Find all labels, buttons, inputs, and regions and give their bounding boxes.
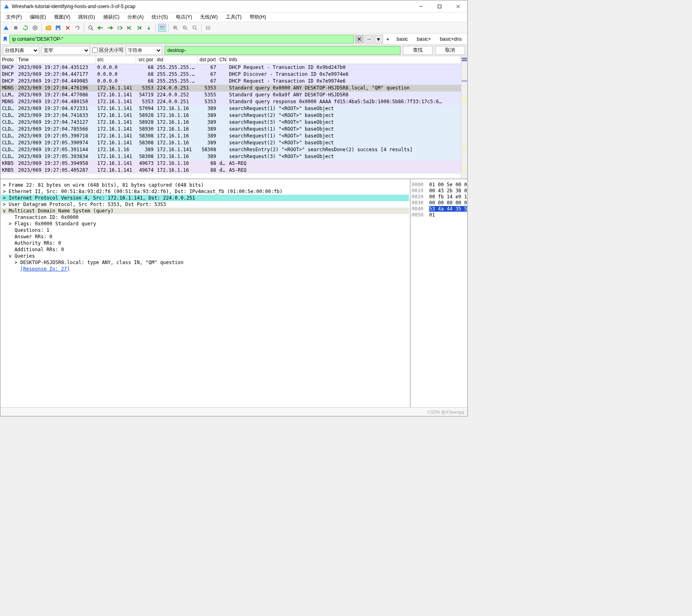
auto-scroll-icon[interactable] [145, 24, 153, 32]
packet-row[interactable]: MDNS2023/069 19:27:04.476196172.16.1.141… [0, 85, 461, 92]
filter-history-icon[interactable]: ▾ [374, 35, 383, 44]
detail-line[interactable]: > Frame 22: 81 bytes on wire (648 bits),… [1, 182, 409, 188]
hex-line[interactable]: 0010 00 43 2b 38 0 [412, 188, 467, 194]
packet-list-header[interactable]: Proto Time src src por dst dst port CN I… [0, 56, 461, 64]
maximize-button[interactable] [430, 0, 449, 12]
display-filter-input[interactable] [9, 35, 354, 44]
close-file-icon[interactable] [64, 24, 72, 32]
packet-bytes-pane[interactable]: 0000 01 00 5e 00 00010 00 43 2b 38 00020… [411, 179, 467, 407]
zoom-in-icon[interactable] [171, 24, 179, 32]
detail-line[interactable]: > Internet Protocol Version 4, Src: 172.… [1, 195, 409, 201]
detail-line[interactable]: > User Datagram Protocol, Src Port: 5353… [1, 201, 409, 208]
packet-row[interactable]: KRB52023/069 19:27:05.394958172.16.1.141… [0, 160, 461, 167]
case-sensitive-checkbox[interactable]: 区分大小写 [92, 47, 123, 54]
detail-line[interactable]: Additional RRs: 0 [1, 246, 409, 253]
resize-columns-icon[interactable] [204, 24, 212, 32]
go-back-icon[interactable] [96, 24, 104, 32]
detail-line[interactable]: Transaction ID: 0x0000 [1, 214, 409, 221]
detail-line[interactable]: [Response In: 27] [1, 266, 409, 272]
menu-item[interactable]: 视图(V) [50, 13, 74, 21]
packet-row[interactable]: CLD…2023/069 19:27:05.390718172.16.1.141… [0, 133, 461, 139]
packet-minimap[interactable] [461, 56, 467, 178]
col-protocol[interactable]: Proto [0, 56, 17, 64]
col-dst[interactable]: dst [155, 56, 198, 64]
add-filter-button[interactable]: + [384, 36, 392, 42]
search-type-select[interactable]: 字符串 [126, 46, 162, 55]
col-cn[interactable]: CN [218, 56, 227, 64]
display-filter-bar: ✕ → ▾ + basic basic+ basic+dns [0, 33, 467, 45]
detail-line[interactable]: Questions: 1 [1, 227, 409, 233]
menu-item[interactable]: 捕获(C) [99, 13, 124, 21]
bookmark-icon[interactable] [2, 36, 8, 42]
hex-line[interactable]: 0050 01 [412, 212, 467, 218]
packet-row[interactable]: MDNS2023/069 19:27:04.480150172.16.1.141… [0, 98, 461, 105]
detail-line[interactable]: v Multicast Domain Name System (query) [1, 208, 409, 214]
capture-options-icon[interactable] [31, 24, 39, 32]
packet-row[interactable]: DHCP2023/069 19:27:04.4351230.0.0.068255… [0, 64, 461, 71]
search-input[interactable] [165, 46, 400, 55]
menu-item[interactable]: 工具(T) [222, 13, 246, 21]
packet-row[interactable]: DHCP2023/069 19:27:04.4471770.0.0.068255… [0, 71, 461, 78]
col-src[interactable]: src [96, 56, 136, 64]
hex-line[interactable]: 0040 53 4a 44 35 5 [412, 206, 467, 212]
watermark: CSDN @XYpangsj [427, 410, 464, 414]
filter-preset-basic[interactable]: basic [393, 35, 412, 43]
detail-line[interactable]: > DESKTOP-HSJD5R8.local: type ANY, class… [1, 259, 409, 266]
minimize-button[interactable] [412, 0, 430, 12]
menu-item[interactable]: 编辑(E) [26, 13, 50, 21]
go-last-icon[interactable] [135, 24, 143, 32]
menu-item[interactable]: 分析(A) [123, 13, 148, 21]
search-width-select[interactable]: 宽窄 [42, 46, 90, 55]
packet-row[interactable]: DHCP2023/069 19:27:04.4490850.0.0.068255… [0, 78, 461, 85]
go-to-packet-icon[interactable] [116, 24, 124, 32]
hex-line[interactable]: 0030 00 00 00 00 0 [412, 200, 467, 206]
packet-row[interactable]: KRB52023/069 19:27:05.405287172.16.1.141… [0, 167, 461, 174]
apply-filter-icon[interactable]: → [365, 35, 373, 44]
reload-file-icon[interactable] [73, 24, 81, 32]
menu-item[interactable]: 跳转(G) [74, 13, 99, 21]
menu-item[interactable]: 统计(S) [148, 13, 172, 21]
col-info[interactable]: Info [227, 56, 461, 64]
clear-filter-icon[interactable]: ✕ [355, 35, 364, 44]
restart-capture-icon[interactable] [21, 24, 29, 32]
detail-line[interactable]: v Queries [1, 253, 409, 259]
menu-item[interactable]: 帮助(H) [246, 13, 270, 21]
hex-line[interactable]: 0000 01 00 5e 00 0 [412, 182, 467, 188]
packet-row[interactable]: CLD…2023/069 19:27:04.741633172.16.1.141… [0, 112, 461, 119]
zoom-out-icon[interactable] [181, 24, 189, 32]
packet-details-pane[interactable]: > Frame 22: 81 bytes on wire (648 bits),… [0, 179, 411, 407]
open-file-icon[interactable] [44, 24, 52, 32]
find-button[interactable]: 查找 [403, 46, 433, 55]
menu-item[interactable]: 电话(Y) [172, 13, 196, 21]
packet-row[interactable]: CLD…2023/069 19:27:04.672331172.16.1.141… [0, 105, 461, 112]
filter-preset-basic-plus[interactable]: basic+ [413, 35, 435, 43]
packet-row[interactable]: CLD…2023/069 19:27:04.743127172.16.1.141… [0, 119, 461, 126]
packet-row[interactable]: CLD…2023/069 19:27:05.393834172.16.1.141… [0, 153, 461, 160]
col-time[interactable]: Time [17, 56, 96, 64]
hex-line[interactable]: 0020 00 fb 14 e9 1 [412, 194, 467, 200]
zoom-reset-icon[interactable] [191, 24, 199, 32]
detail-line[interactable]: Answer RRs: 0 [1, 233, 409, 240]
save-file-icon[interactable] [54, 24, 62, 32]
detail-line[interactable]: > Ethernet II, Src: 00:51:8a:93:d2:f6 (0… [1, 188, 409, 195]
col-dst-port[interactable]: dst port [198, 56, 218, 64]
search-scope-select[interactable]: 分组列表 [3, 46, 39, 55]
go-first-icon[interactable] [125, 24, 133, 32]
packet-row[interactable]: CLD…2023/069 19:27:05.390974172.16.1.141… [0, 139, 461, 146]
packet-row[interactable]: CLD…2023/069 19:27:04.785566172.16.1.141… [0, 126, 461, 133]
menu-item[interactable]: 文件(F) [2, 13, 26, 21]
filter-preset-basic-dns[interactable]: basic+dns [436, 35, 466, 43]
detail-line[interactable]: > Flags: 0x0000 Standard query [1, 221, 409, 227]
cancel-button[interactable]: 取消 [435, 46, 465, 55]
colorize-icon[interactable] [158, 24, 166, 32]
col-src-port[interactable]: src por [136, 56, 155, 64]
stop-capture-icon[interactable] [12, 24, 20, 32]
close-button[interactable] [449, 0, 467, 12]
menu-item[interactable]: 无线(W) [196, 13, 221, 21]
go-forward-icon[interactable] [106, 24, 114, 32]
packet-row[interactable]: CLD…2023/069 19:27:05.391144172.16.1.163… [0, 146, 461, 153]
start-capture-icon[interactable] [2, 24, 10, 32]
find-packet-icon[interactable] [87, 24, 95, 32]
detail-line[interactable]: Authority RRs: 0 [1, 240, 409, 246]
packet-row[interactable]: LLM…2023/069 19:27:04.477086172.16.1.141… [0, 92, 461, 98]
